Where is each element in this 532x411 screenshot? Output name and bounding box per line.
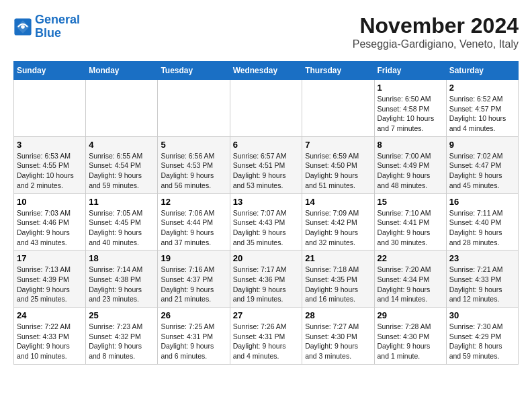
general-blue-icon [13, 17, 32, 36]
day-number: 6 [233, 140, 300, 150]
day-number: 4 [89, 140, 154, 150]
calendar-week-4: 17Sunrise: 7:13 AM Sunset: 4:39 PM Dayli… [14, 250, 519, 308]
day-info: Sunrise: 7:05 AM Sunset: 4:45 PM Dayligh… [89, 208, 154, 248]
day-number: 27 [233, 310, 300, 320]
weekday-header-wednesday: Wednesday [230, 62, 302, 80]
calendar-cell: 20Sunrise: 7:17 AM Sunset: 4:36 PM Dayli… [230, 250, 302, 308]
day-number: 2 [449, 83, 515, 93]
day-number: 22 [378, 253, 443, 263]
day-number: 25 [89, 310, 154, 320]
weekday-header-thursday: Thursday [302, 62, 374, 80]
weekday-header-tuesday: Tuesday [158, 62, 230, 80]
calendar-cell: 10Sunrise: 7:03 AM Sunset: 4:46 PM Dayli… [14, 193, 86, 250]
day-number: 17 [17, 253, 83, 263]
calendar-cell: 16Sunrise: 7:11 AM Sunset: 4:40 PM Dayli… [446, 193, 518, 250]
day-info: Sunrise: 7:03 AM Sunset: 4:46 PM Dayligh… [17, 208, 83, 248]
calendar-cell: 9Sunrise: 7:02 AM Sunset: 4:47 PM Daylig… [446, 136, 518, 193]
calendar-cell: 14Sunrise: 7:09 AM Sunset: 4:42 PM Dayli… [302, 193, 374, 250]
calendar-cell: 19Sunrise: 7:16 AM Sunset: 4:37 PM Dayli… [158, 250, 230, 308]
day-info: Sunrise: 7:06 AM Sunset: 4:44 PM Dayligh… [161, 208, 226, 248]
svg-point-2 [21, 25, 25, 29]
day-number: 29 [378, 310, 443, 320]
top-area: General Blue November 2024 Peseggia-Gard… [13, 13, 519, 53]
calendar-cell: 17Sunrise: 7:13 AM Sunset: 4:39 PM Dayli… [14, 250, 86, 308]
weekday-header-sunday: Sunday [14, 62, 86, 80]
calendar-header-row: SundayMondayTuesdayWednesdayThursdayFrid… [14, 62, 519, 80]
calendar-week-3: 10Sunrise: 7:03 AM Sunset: 4:46 PM Dayli… [14, 193, 519, 250]
calendar-week-5: 24Sunrise: 7:22 AM Sunset: 4:33 PM Dayli… [14, 308, 519, 365]
calendar-cell: 4Sunrise: 6:55 AM Sunset: 4:54 PM Daylig… [86, 136, 158, 193]
day-number: 20 [233, 253, 300, 263]
month-title: November 2024 [353, 13, 519, 38]
day-number: 13 [233, 197, 300, 207]
calendar-cell: 2Sunrise: 6:52 AM Sunset: 4:57 PM Daylig… [446, 80, 518, 137]
day-info: Sunrise: 7:30 AM Sunset: 4:29 PM Dayligh… [449, 322, 515, 361]
calendar-cell: 11Sunrise: 7:05 AM Sunset: 4:45 PM Dayli… [86, 193, 158, 250]
day-info: Sunrise: 6:56 AM Sunset: 4:53 PM Dayligh… [161, 151, 226, 191]
day-info: Sunrise: 7:07 AM Sunset: 4:43 PM Dayligh… [233, 208, 300, 248]
day-number: 24 [17, 310, 83, 320]
day-number: 9 [449, 140, 515, 150]
day-number: 3 [17, 140, 83, 150]
day-number: 26 [161, 310, 226, 320]
logo-line1: General [35, 13, 80, 26]
day-info: Sunrise: 7:13 AM Sunset: 4:39 PM Dayligh… [17, 265, 83, 304]
day-info: Sunrise: 6:57 AM Sunset: 4:51 PM Dayligh… [233, 151, 300, 191]
logo-text: General Blue [35, 13, 80, 40]
day-info: Sunrise: 7:18 AM Sunset: 4:35 PM Dayligh… [305, 265, 371, 304]
day-number: 11 [89, 197, 154, 207]
logo: General Blue [13, 13, 80, 40]
calendar-cell: 25Sunrise: 7:23 AM Sunset: 4:32 PM Dayli… [86, 308, 158, 365]
calendar-week-1: 1Sunrise: 6:50 AM Sunset: 4:58 PM Daylig… [14, 80, 519, 137]
day-info: Sunrise: 7:25 AM Sunset: 4:31 PM Dayligh… [161, 322, 226, 361]
day-info: Sunrise: 7:10 AM Sunset: 4:41 PM Dayligh… [378, 208, 443, 248]
day-number: 1 [378, 83, 443, 93]
day-info: Sunrise: 7:00 AM Sunset: 4:49 PM Dayligh… [378, 151, 443, 191]
location-subtitle: Peseggia-Gardigiano, Veneto, Italy [353, 38, 519, 50]
day-info: Sunrise: 7:14 AM Sunset: 4:38 PM Dayligh… [89, 265, 154, 304]
calendar-cell [302, 80, 374, 137]
day-info: Sunrise: 7:28 AM Sunset: 4:30 PM Dayligh… [378, 322, 443, 361]
day-info: Sunrise: 7:16 AM Sunset: 4:37 PM Dayligh… [161, 265, 226, 304]
calendar-cell: 7Sunrise: 6:59 AM Sunset: 4:50 PM Daylig… [302, 136, 374, 193]
calendar-cell: 24Sunrise: 7:22 AM Sunset: 4:33 PM Dayli… [14, 308, 86, 365]
logo-line2: Blue [35, 26, 61, 40]
day-info: Sunrise: 7:09 AM Sunset: 4:42 PM Dayligh… [305, 208, 371, 248]
calendar-cell [14, 80, 86, 137]
day-number: 16 [449, 197, 515, 207]
day-number: 5 [161, 140, 226, 150]
day-info: Sunrise: 6:53 AM Sunset: 4:55 PM Dayligh… [17, 151, 83, 191]
day-number: 12 [161, 197, 226, 207]
title-section: November 2024 Peseggia-Gardigiano, Venet… [353, 13, 519, 50]
calendar-cell: 12Sunrise: 7:06 AM Sunset: 4:44 PM Dayli… [158, 193, 230, 250]
day-number: 8 [378, 140, 443, 150]
weekday-header-saturday: Saturday [446, 62, 518, 80]
calendar-cell [158, 80, 230, 137]
calendar-cell: 22Sunrise: 7:20 AM Sunset: 4:34 PM Dayli… [374, 250, 446, 308]
day-number: 28 [305, 310, 371, 320]
calendar-cell: 21Sunrise: 7:18 AM Sunset: 4:35 PM Dayli… [302, 250, 374, 308]
calendar-cell: 13Sunrise: 7:07 AM Sunset: 4:43 PM Dayli… [230, 193, 302, 250]
day-info: Sunrise: 7:23 AM Sunset: 4:32 PM Dayligh… [89, 322, 154, 361]
day-info: Sunrise: 6:52 AM Sunset: 4:57 PM Dayligh… [449, 94, 515, 134]
day-info: Sunrise: 6:55 AM Sunset: 4:54 PM Dayligh… [89, 151, 154, 191]
calendar-cell: 15Sunrise: 7:10 AM Sunset: 4:41 PM Dayli… [374, 193, 446, 250]
day-number: 30 [449, 310, 515, 320]
day-info: Sunrise: 7:21 AM Sunset: 4:33 PM Dayligh… [449, 265, 515, 304]
calendar-cell [86, 80, 158, 137]
calendar-cell: 8Sunrise: 7:00 AM Sunset: 4:49 PM Daylig… [374, 136, 446, 193]
day-number: 14 [305, 197, 371, 207]
day-info: Sunrise: 7:02 AM Sunset: 4:47 PM Dayligh… [449, 151, 515, 191]
day-number: 19 [161, 253, 226, 263]
calendar-cell: 28Sunrise: 7:27 AM Sunset: 4:30 PM Dayli… [302, 308, 374, 365]
calendar-cell: 27Sunrise: 7:26 AM Sunset: 4:31 PM Dayli… [230, 308, 302, 365]
calendar-cell: 23Sunrise: 7:21 AM Sunset: 4:33 PM Dayli… [446, 250, 518, 308]
weekday-header-monday: Monday [86, 62, 158, 80]
calendar-cell: 5Sunrise: 6:56 AM Sunset: 4:53 PM Daylig… [158, 136, 230, 193]
day-info: Sunrise: 7:27 AM Sunset: 4:30 PM Dayligh… [305, 322, 371, 361]
calendar-cell: 29Sunrise: 7:28 AM Sunset: 4:30 PM Dayli… [374, 308, 446, 365]
day-info: Sunrise: 7:11 AM Sunset: 4:40 PM Dayligh… [449, 208, 515, 248]
day-number: 18 [89, 253, 154, 263]
day-info: Sunrise: 7:22 AM Sunset: 4:33 PM Dayligh… [17, 322, 83, 361]
calendar-week-2: 3Sunrise: 6:53 AM Sunset: 4:55 PM Daylig… [14, 136, 519, 193]
